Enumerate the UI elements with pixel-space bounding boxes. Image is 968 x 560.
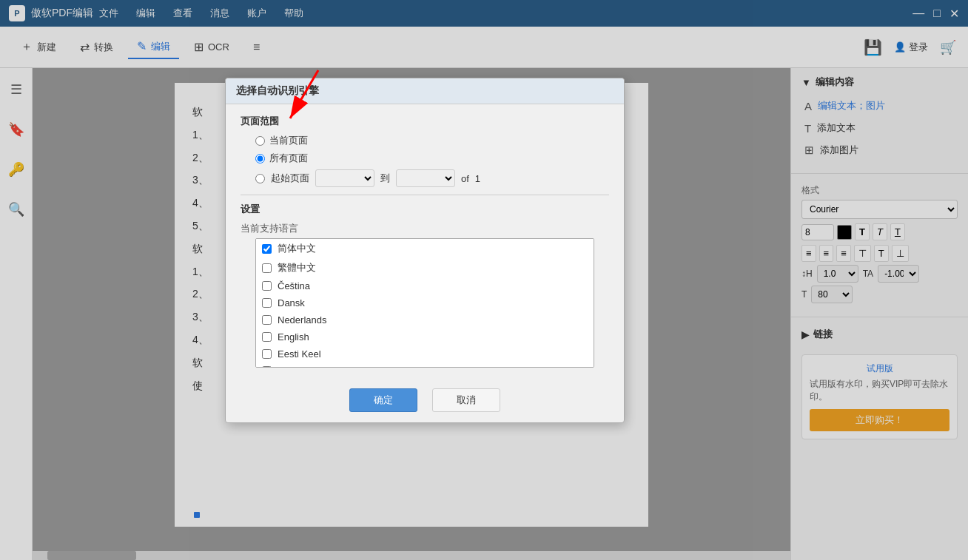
settings-label: 设置 bbox=[241, 203, 609, 216]
lang-traditional-chinese[interactable]: 繁體中文 bbox=[256, 258, 594, 277]
lang-simplified-chinese[interactable]: 简体中文 bbox=[256, 239, 594, 258]
range-of-label: of bbox=[461, 173, 469, 184]
dialog-overlay: 选择自动识别引擎 页面范围 当前页面 所有页面 起始页面 到 of 1 bbox=[0, 0, 968, 560]
lang-danish-label: Dansk bbox=[278, 297, 305, 308]
lang-simplified-chinese-label: 简体中文 bbox=[278, 242, 316, 255]
lang-simplified-chinese-checkbox[interactable] bbox=[262, 244, 272, 254]
lang-faroese-checkbox[interactable] bbox=[262, 366, 272, 368]
all-pages-label: 所有页面 bbox=[269, 152, 308, 165]
lang-traditional-chinese-label: 繁體中文 bbox=[278, 261, 316, 274]
radio-range-row: 起始页面 到 of 1 bbox=[255, 169, 609, 187]
current-page-label: 当前页面 bbox=[269, 134, 308, 147]
page-range-label: 页面范围 bbox=[241, 115, 609, 128]
lang-estonian-checkbox[interactable] bbox=[262, 349, 272, 359]
dialog-body: 页面范围 当前页面 所有页面 起始页面 到 of 1 设置 当前支持语言 bbox=[226, 104, 624, 378]
range-label: 起始页面 bbox=[271, 172, 309, 185]
cancel-button[interactable]: 取消 bbox=[432, 388, 500, 412]
lang-estonian[interactable]: Eesti Keel bbox=[256, 345, 594, 362]
lang-czech-checkbox[interactable] bbox=[262, 281, 272, 291]
dialog-divider bbox=[241, 195, 609, 195]
lang-english-label: English bbox=[278, 331, 309, 343]
range-radio[interactable] bbox=[255, 174, 265, 183]
lang-label: 当前支持语言 bbox=[241, 222, 609, 235]
dialog-title: 选择自动识别引擎 bbox=[226, 78, 624, 104]
lang-dutch-checkbox[interactable] bbox=[262, 315, 272, 325]
range-from-select[interactable] bbox=[315, 169, 374, 187]
lang-dutch[interactable]: Nederlands bbox=[256, 311, 594, 328]
lang-danish[interactable]: Dansk bbox=[256, 294, 594, 311]
radio-current-page: 当前页面 bbox=[255, 134, 609, 147]
language-list[interactable]: 简体中文 繁體中文 Čeština Dansk Nederlands bbox=[255, 238, 594, 368]
lang-english-checkbox[interactable] bbox=[262, 332, 272, 342]
dialog-footer: 确定 取消 bbox=[226, 378, 624, 422]
current-page-radio[interactable] bbox=[255, 136, 265, 146]
ok-button[interactable]: 确定 bbox=[349, 388, 417, 412]
lang-danish-checkbox[interactable] bbox=[262, 298, 272, 308]
lang-czech[interactable]: Čeština bbox=[256, 277, 594, 294]
lang-english[interactable]: English bbox=[256, 328, 594, 345]
radio-all-pages: 所有页面 bbox=[255, 152, 609, 165]
lang-estonian-label: Eesti Keel bbox=[278, 348, 321, 360]
lang-czech-label: Čeština bbox=[278, 280, 310, 291]
lang-dutch-label: Nederlands bbox=[278, 314, 327, 325]
range-to-label: 到 bbox=[380, 172, 390, 185]
range-to-select[interactable] bbox=[396, 169, 455, 187]
all-pages-radio[interactable] bbox=[255, 154, 265, 163]
ocr-dialog: 选择自动识别引擎 页面范围 当前页面 所有页面 起始页面 到 of 1 bbox=[225, 78, 625, 423]
lang-faroese-label: Feroés bbox=[278, 365, 307, 368]
range-total: 1 bbox=[475, 173, 480, 184]
lang-faroese[interactable]: Feroés bbox=[256, 362, 594, 368]
lang-traditional-chinese-checkbox[interactable] bbox=[262, 263, 272, 273]
